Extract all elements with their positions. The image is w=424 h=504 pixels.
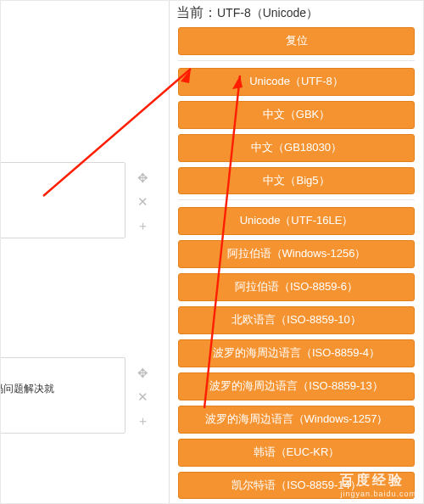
encoding-option[interactable]: 阿拉伯语（Windows-1256）	[178, 240, 415, 268]
separator	[178, 199, 415, 200]
add-icon[interactable]: ＋	[135, 218, 150, 233]
close-icon[interactable]: ✕	[135, 194, 150, 210]
current-label: 当前：	[176, 5, 217, 20]
encoding-option[interactable]: 北欧语言（ISO-8859-10）	[178, 306, 415, 334]
encoding-option[interactable]: Unicode（UTF-8）	[178, 68, 415, 96]
watermark: 百度经验 jingyan.baidu.com	[340, 472, 416, 498]
left-pane: ✥ ✕ ＋ 要乱码问题解决就 ✥ ✕ ＋	[1, 1, 169, 503]
card-1-handles: ✥ ✕ ＋	[135, 171, 150, 242]
encoding-option[interactable]: 波罗的海周边语言（ISO-8859-4）	[178, 339, 415, 367]
card-2-handles: ✥ ✕ ＋	[135, 366, 150, 437]
move-icon[interactable]: ✥	[135, 171, 150, 186]
reset-button[interactable]: 复位	[178, 27, 415, 55]
encoding-button-list: 复位 Unicode（UTF-8）中文（GBK）中文（GB18030）中文（Bi…	[170, 27, 423, 503]
viewport: ✥ ✕ ＋ 要乱码问题解决就 ✥ ✕ ＋ 当前：UTF-8（Unicode） 复…	[0, 0, 424, 504]
watermark-title: 百度经验	[340, 473, 404, 487]
encoding-option[interactable]: 中文（GBK）	[178, 101, 415, 129]
encoding-option[interactable]: 波罗的海周边语言（Windows-1257）	[178, 406, 415, 434]
current-encoding-header: 当前：UTF-8（Unicode）	[170, 1, 423, 27]
add-icon[interactable]: ＋	[135, 413, 150, 428]
encoding-option[interactable]: 韩语（EUC-KR）	[178, 439, 415, 467]
current-value: UTF-8（Unicode）	[217, 6, 318, 20]
encoding-panel: 当前：UTF-8（Unicode） 复位 Unicode（UTF-8）中文（GB…	[169, 1, 423, 503]
card-2-text: 要乱码问题解决就	[0, 382, 54, 396]
watermark-url: jingyan.baidu.com	[340, 490, 416, 498]
card-2: 要乱码问题解决就	[0, 357, 126, 434]
encoding-option[interactable]: Unicode（UTF-16LE）	[178, 207, 415, 235]
encoding-option[interactable]: 中文（GB18030）	[178, 134, 415, 162]
move-icon[interactable]: ✥	[135, 366, 150, 381]
encoding-option[interactable]: 中文（Big5）	[178, 167, 415, 195]
encoding-option[interactable]: 波罗的海周边语言（ISO-8859-13）	[178, 372, 415, 400]
encoding-option[interactable]: 阿拉伯语（ISO-8859-6）	[178, 273, 415, 301]
close-icon[interactable]: ✕	[135, 389, 150, 405]
card-1	[0, 162, 126, 238]
separator	[178, 60, 415, 61]
